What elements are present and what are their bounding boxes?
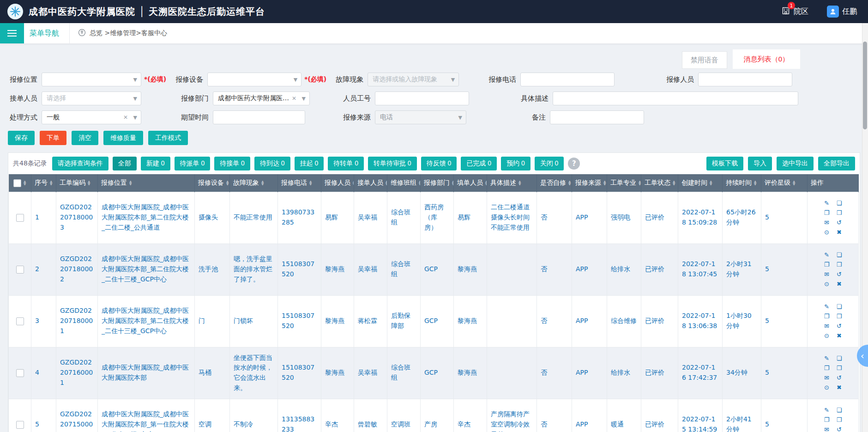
repair-device-select[interactable]: ▼	[207, 73, 301, 86]
campus-switcher[interactable]: 1 院区	[781, 6, 808, 17]
file-icon[interactable]: ❐	[823, 313, 830, 319]
order-code-cell[interactable]: GZGD202207180003	[56, 192, 98, 243]
user-menu[interactable]: 任鹏	[827, 6, 857, 18]
column-header-9[interactable]: 报修部门▲▼	[421, 174, 454, 192]
status-chip-4[interactable]: 待到达 0	[254, 157, 290, 170]
select-all-checkbox[interactable]	[13, 179, 21, 187]
file-icon[interactable]: ❐	[823, 262, 830, 268]
place-order-button[interactable]: 下单	[40, 131, 66, 145]
edit-icon[interactable]: ✎	[823, 355, 830, 361]
column-header-2[interactable]: 报修位置▲▼	[98, 174, 195, 192]
status-chip-6[interactable]: 待转单 0	[328, 157, 364, 170]
column-header-0[interactable]: 序号▲▼	[31, 174, 56, 192]
target-icon[interactable]: ⊙	[823, 281, 830, 287]
help-icon[interactable]: ?	[568, 158, 580, 170]
repair-phone-input[interactable]	[520, 73, 615, 86]
column-header-14[interactable]: 工单专业▲▼	[607, 174, 641, 192]
status-chip-11[interactable]: 关闭 0	[535, 157, 564, 170]
save-button[interactable]: 保存	[8, 131, 35, 145]
file-edit-icon[interactable]: ❒	[836, 365, 843, 371]
status-chip-7[interactable]: 转单待审批 0	[368, 157, 417, 170]
repair-source-select[interactable]: 电话▼	[375, 110, 466, 124]
template-download-button[interactable]: 模板下载	[706, 157, 743, 170]
repair-location-select[interactable]: ▼	[42, 73, 141, 86]
edit-icon[interactable]: ✎	[823, 200, 830, 206]
scrollbar-thumb[interactable]	[863, 42, 867, 129]
detail-description-input[interactable]	[553, 91, 798, 105]
clear-button[interactable]: 清空	[72, 131, 98, 145]
clear-icon[interactable]: ✕	[292, 95, 296, 102]
order-code-cell[interactable]: GZGD202207160001	[56, 347, 98, 399]
column-header-8[interactable]: 维修班组▲▼	[387, 174, 421, 192]
staff-number-input[interactable]	[375, 91, 469, 105]
close-icon[interactable]: ✖	[836, 229, 843, 235]
status-chip-0[interactable]: 全部	[113, 157, 137, 170]
column-header-13[interactable]: 报修来源▲▼	[572, 174, 607, 192]
undo-icon[interactable]: ↺	[836, 271, 843, 277]
query-condition-button[interactable]: 请选择查询条件	[52, 157, 108, 170]
import-button[interactable]: 导入	[748, 157, 772, 170]
row-checkbox[interactable]	[16, 266, 24, 274]
file-export-icon[interactable]: ❏	[836, 304, 843, 310]
order-code-cell[interactable]: GZGD202207180001	[56, 295, 98, 347]
hamburger-menu-button[interactable]	[0, 23, 24, 43]
handling-method-select[interactable]: 一般✕▼	[42, 110, 141, 124]
comment-icon[interactable]: ✉	[823, 426, 830, 432]
comment-icon[interactable]: ✉	[823, 219, 830, 225]
order-code-cell[interactable]: GZGD202207150001	[56, 399, 98, 432]
row-checkbox[interactable]	[16, 214, 24, 222]
status-chip-2[interactable]: 待派单 0	[175, 157, 211, 170]
status-chip-10[interactable]: 预约 0	[501, 157, 530, 170]
undo-icon[interactable]: ↺	[836, 375, 843, 381]
edit-icon[interactable]: ✎	[823, 407, 830, 413]
column-header-7[interactable]: 接单人员▲▼	[354, 174, 387, 192]
column-header-10[interactable]: 填单人员▲▼	[454, 174, 487, 192]
edit-icon[interactable]: ✎	[823, 304, 830, 310]
status-chip-9[interactable]: 已完成 0	[461, 157, 497, 170]
clear-icon[interactable]: ✕	[123, 114, 128, 121]
edit-icon[interactable]: ✎	[823, 252, 830, 258]
remark-input[interactable]	[550, 110, 644, 124]
row-checkbox[interactable]	[16, 317, 24, 325]
file-export-icon[interactable]: ❏	[836, 200, 843, 206]
column-header-17[interactable]: 持续时间▲▼	[723, 174, 761, 192]
export-selected-button[interactable]: 选中导出	[777, 157, 814, 170]
repair-person-input[interactable]	[698, 73, 792, 86]
column-header-19[interactable]: 操作	[808, 174, 859, 192]
target-icon[interactable]: ⊙	[823, 229, 830, 235]
row-checkbox[interactable]	[16, 421, 24, 429]
column-header-4[interactable]: 故障现象▲▼	[230, 174, 278, 192]
work-mode-button[interactable]: 工作模式	[148, 131, 188, 145]
comment-icon[interactable]: ✉	[823, 271, 830, 277]
column-header-12[interactable]: 是否自修▲▼	[537, 174, 572, 192]
status-chip-3[interactable]: 待接单 0	[214, 157, 250, 170]
status-chip-5[interactable]: 挂起 0	[295, 157, 324, 170]
close-icon[interactable]: ✖	[836, 333, 843, 339]
file-icon[interactable]: ❐	[823, 210, 830, 216]
column-header-5[interactable]: 报修电话▲▼	[278, 174, 321, 192]
message-list-tab[interactable]: 消息列表（0）	[733, 49, 800, 69]
receiver-select[interactable]: 请选择▼	[42, 91, 141, 105]
file-export-icon[interactable]: ❏	[836, 252, 843, 258]
select-all-header[interactable]: ▲▼	[9, 174, 31, 192]
target-icon[interactable]: ⊙	[823, 333, 830, 339]
export-all-button[interactable]: 全部导出	[818, 157, 855, 170]
repair-quality-button[interactable]: 维修质量	[103, 131, 143, 145]
file-export-icon[interactable]: ❏	[836, 407, 843, 413]
order-code-cell[interactable]: GZGD202207180002	[56, 243, 98, 295]
disable-voice-button[interactable]: 禁用语音	[682, 51, 727, 69]
file-edit-icon[interactable]: ❒	[836, 210, 843, 216]
row-checkbox[interactable]	[16, 369, 24, 377]
file-edit-icon[interactable]: ❒	[836, 417, 843, 423]
column-header-1[interactable]: 工单编码▲▼	[56, 174, 98, 192]
status-chip-1[interactable]: 新建 0	[141, 157, 170, 170]
column-header-15[interactable]: 工单状态▲▼	[641, 174, 678, 192]
column-header-18[interactable]: 评价星级▲▼	[761, 174, 808, 192]
comment-icon[interactable]: ✉	[823, 323, 830, 329]
target-icon[interactable]: ⊙	[823, 384, 830, 390]
column-header-11[interactable]: 具体描述▲▼	[487, 174, 537, 192]
menu-nav-label[interactable]: 菜单导航	[30, 29, 59, 38]
file-export-icon[interactable]: ❏	[836, 355, 843, 361]
file-edit-icon[interactable]: ❒	[836, 262, 843, 268]
undo-icon[interactable]: ↺	[836, 323, 843, 329]
